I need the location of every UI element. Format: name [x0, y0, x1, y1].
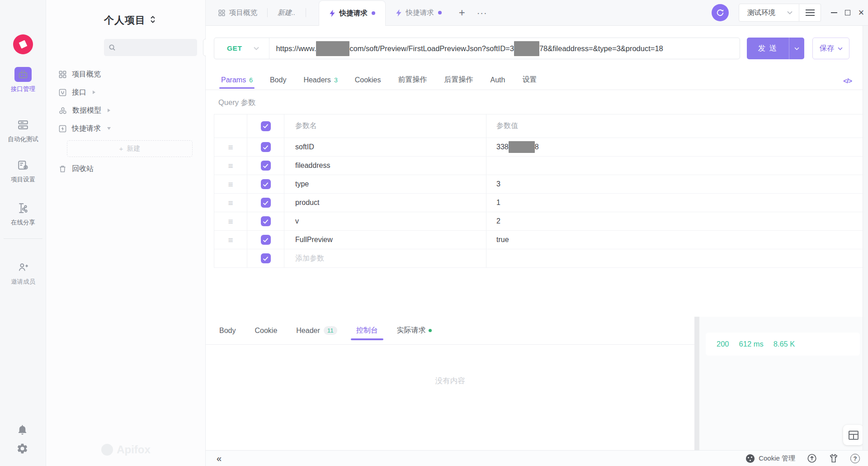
layout-toggle-button[interactable] [843, 425, 863, 445]
tab-draft[interactable]: 新建.. [268, 0, 306, 26]
param-value[interactable]: 3 × [486, 175, 868, 193]
param-value[interactable]: 1 × [486, 194, 868, 212]
cookie-manager-button[interactable]: Cookie 管理 [746, 454, 795, 463]
tab-quick-request-active[interactable]: 快捷请求 [319, 0, 386, 26]
request-bar: GET https://www.com/soft/Preview/FirstLo… [214, 38, 868, 59]
chevron-right-icon [93, 90, 95, 94]
param-checkbox[interactable] [261, 142, 271, 152]
apifox-logo[interactable] [13, 34, 33, 54]
tab-body[interactable]: Body [270, 71, 286, 88]
send-options-icon[interactable] [789, 47, 804, 50]
sidebar-item-recycle-bin[interactable]: 回收站 [46, 160, 206, 178]
param-name[interactable]: softID [284, 138, 486, 156]
rail-item-label: 自动化测试 [8, 135, 38, 143]
apifox-watermark: Apifox [46, 443, 206, 456]
new-quick-request-button[interactable]: + 新建 [67, 140, 193, 157]
param-row-v: ≡ v 2 × [214, 212, 868, 231]
drag-handle-icon[interactable]: ≡ [228, 217, 233, 226]
upload-icon[interactable] [807, 453, 817, 463]
add-param-input[interactable]: 添加参数 [284, 249, 486, 267]
drag-handle-icon[interactable]: ≡ [228, 143, 233, 152]
param-name[interactable]: product [284, 194, 486, 212]
url-input[interactable]: https://www.com/soft/Preview/FirstLoadPr… [269, 41, 663, 56]
rail-item-invite-member[interactable]: 邀请成员 [0, 262, 46, 286]
tab-cookies[interactable]: Cookies [355, 71, 381, 88]
tab-settings[interactable]: 设置 [522, 71, 537, 88]
notifications-bell-icon[interactable] [16, 423, 28, 437]
drag-handle-icon[interactable]: ≡ [228, 199, 233, 207]
rail-item-automation[interactable]: 自动化测试 [0, 119, 46, 143]
param-value[interactable] [486, 249, 868, 267]
response-size: 8.65 K [774, 340, 795, 348]
param-checkbox[interactable] [261, 253, 271, 263]
project-title[interactable]: 个人项目 [104, 14, 146, 27]
logo-pin-icon [17, 38, 29, 50]
app-menu-button[interactable] [799, 4, 821, 22]
tab-auth[interactable]: Auth [490, 71, 505, 88]
theme-skin-icon[interactable] [829, 453, 839, 463]
param-checkbox[interactable] [261, 198, 271, 208]
sidebar-item-api[interactable]: 接口 [46, 83, 206, 101]
tab-pre-operation[interactable]: 前置操作 [398, 71, 427, 88]
param-row-fileaddress: ≡ fileaddress × [214, 157, 868, 175]
rail-item-online-share[interactable]: 在线分享 [0, 202, 46, 227]
tab-response-header[interactable]: Header11 [296, 317, 337, 345]
param-checkbox[interactable] [261, 235, 271, 245]
param-name[interactable]: fileaddress [284, 157, 486, 175]
param-checkbox[interactable] [261, 161, 271, 171]
param-value[interactable]: true × [486, 231, 868, 249]
tab-response-cookie[interactable]: Cookie [255, 317, 277, 345]
tab-headers[interactable]: Headers3 [303, 71, 337, 88]
sidebar-item-data-model[interactable]: 数据模型 [46, 101, 206, 119]
tab-actual-request[interactable]: 实际请求 [397, 317, 432, 345]
method-select[interactable]: GET [214, 44, 269, 52]
drag-handle-icon[interactable]: ≡ [228, 236, 233, 244]
window-maximize-button[interactable] [841, 4, 854, 22]
generate-code-icon[interactable]: </> [843, 77, 852, 85]
sidebar-item-project-overview[interactable]: 项目概览 [46, 65, 206, 83]
tab-overflow-button[interactable]: ··· [472, 8, 492, 18]
settings-gear-icon[interactable] [16, 442, 28, 456]
select-all-checkbox[interactable] [261, 121, 271, 131]
param-value[interactable]: 3388 × [486, 138, 868, 156]
param-name[interactable]: FullPreview [284, 231, 486, 249]
invite-member-icon [17, 262, 29, 275]
sidebar-item-quick-request[interactable]: 快捷请求 [46, 119, 206, 138]
tab-params[interactable]: Params6 [221, 71, 253, 88]
new-tab-button[interactable]: + [452, 6, 472, 19]
tab-console[interactable]: 控制台 [356, 317, 378, 345]
split-resize-handle[interactable] [694, 317, 699, 450]
send-button[interactable]: 发 送 [747, 38, 804, 59]
param-checkbox[interactable] [261, 179, 271, 189]
tab-quick-request[interactable]: 快捷请求 [386, 0, 452, 26]
tab-post-operation[interactable]: 后置操作 [444, 71, 473, 88]
help-icon[interactable]: ? [850, 454, 860, 463]
collapse-panel-button[interactable]: « [217, 454, 222, 463]
param-value[interactable]: × [486, 157, 868, 175]
tab-project-overview[interactable]: 项目概览 [206, 0, 267, 26]
scrollbar-track[interactable] [863, 26, 868, 450]
param-add-row: 添加参数 [214, 249, 868, 268]
params-header-row: 参数名 参数值 [214, 114, 868, 138]
rail-item-project-settings[interactable]: 项目设置 [0, 159, 46, 184]
window-close-button[interactable]: × [854, 4, 868, 22]
rail-item-label: 项目设置 [11, 176, 35, 184]
param-checkbox[interactable] [261, 216, 271, 226]
sync-button[interactable] [712, 4, 729, 21]
drag-handle-icon[interactable]: ≡ [228, 180, 233, 189]
save-button[interactable]: 保存 [812, 38, 849, 59]
search-input[interactable] [119, 44, 192, 51]
param-name[interactable]: v [284, 212, 486, 230]
layout-icon [848, 430, 859, 440]
environment-select[interactable]: 测试环境 [739, 4, 799, 22]
window-minimize-button[interactable] [827, 4, 841, 22]
tab-separator [306, 8, 306, 17]
tab-response-body[interactable]: Body [219, 317, 236, 345]
project-switcher-icon[interactable] [150, 15, 156, 25]
footer-bar: « Cookie 管理 ? [206, 450, 868, 466]
search-box[interactable] [104, 39, 197, 56]
param-name[interactable]: type [284, 175, 486, 193]
drag-handle-icon[interactable]: ≡ [228, 162, 233, 170]
param-value[interactable]: 2 × [486, 212, 868, 230]
rail-item-api-management[interactable]: 接口管理 [0, 67, 46, 93]
